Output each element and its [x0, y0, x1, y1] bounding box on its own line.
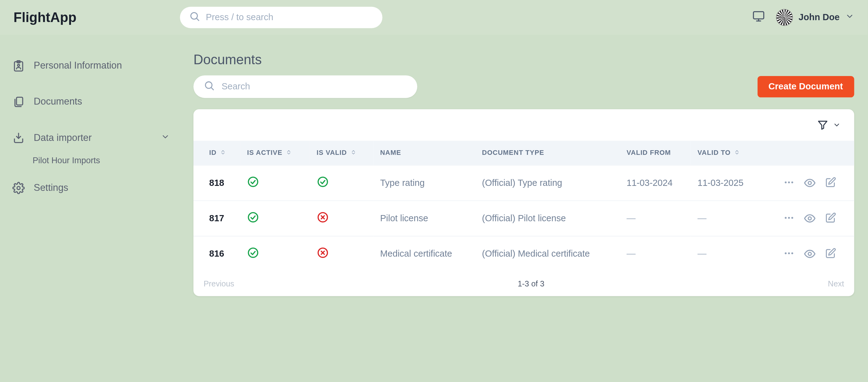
- row-more-button[interactable]: [783, 212, 795, 225]
- search-icon: [204, 80, 215, 94]
- cell-id: 818: [193, 165, 240, 201]
- svg-point-16: [785, 181, 786, 183]
- row-edit-button[interactable]: [825, 177, 836, 189]
- svg-point-26: [792, 217, 793, 219]
- cell-id: 817: [193, 201, 240, 236]
- documents-table-card: ID IS ACTIVE IS VALID NAME DOCUMENT TYPE…: [193, 109, 854, 296]
- pager-next[interactable]: Next: [828, 279, 844, 288]
- monitor-icon[interactable]: [752, 10, 765, 25]
- check-circle-icon: [247, 176, 259, 188]
- user-menu[interactable]: John Doe: [776, 9, 855, 26]
- avatar: [776, 9, 793, 26]
- svg-point-33: [788, 252, 790, 254]
- svg-point-32: [785, 252, 786, 254]
- svg-point-20: [249, 212, 258, 222]
- col-id[interactable]: ID: [193, 141, 240, 166]
- check-circle-icon: [316, 176, 329, 188]
- row-view-button[interactable]: [804, 212, 816, 225]
- pager: Previous 1-3 of 3 Next: [193, 271, 854, 296]
- col-document-type: DOCUMENT TYPE: [475, 141, 620, 166]
- documents-icon: [12, 95, 25, 108]
- cell-valid-from: —: [620, 201, 691, 236]
- sidebar-item-label: Settings: [34, 182, 68, 194]
- svg-line-1: [197, 19, 199, 21]
- global-search-input[interactable]: [206, 12, 374, 23]
- svg-point-35: [808, 252, 811, 255]
- sort-icon: [286, 149, 292, 157]
- clipboard-user-icon: [12, 60, 25, 72]
- cell-is-valid: [310, 236, 374, 271]
- svg-line-12: [211, 88, 214, 90]
- sidebar-item-label: Personal Information: [34, 60, 122, 71]
- page-title: Documents: [193, 52, 854, 68]
- cell-document-type: (Official) Medical certificate: [475, 236, 620, 271]
- user-name: John Doe: [799, 12, 839, 23]
- chevron-down-icon: [845, 12, 854, 23]
- sidebar-item-personal-info[interactable]: Personal Information: [11, 53, 171, 79]
- svg-point-15: [318, 177, 328, 186]
- global-search[interactable]: [180, 7, 382, 28]
- app-brand[interactable]: FlightApp: [13, 10, 180, 25]
- cell-is-active: [240, 201, 310, 236]
- svg-point-28: [249, 248, 258, 257]
- table-row: 816Medical certificate(Official) Medical…: [193, 236, 854, 271]
- svg-marker-13: [818, 121, 827, 129]
- row-view-button[interactable]: [804, 177, 816, 189]
- svg-point-14: [249, 177, 258, 186]
- cell-name: Medical certificate: [373, 236, 475, 271]
- sort-icon: [734, 149, 740, 157]
- cell-document-type: (Official) Pilot license: [475, 201, 620, 236]
- table-row: 817Pilot license(Official) Pilot license…: [193, 201, 854, 236]
- sort-icon: [220, 149, 226, 157]
- pager-previous[interactable]: Previous: [204, 279, 235, 288]
- row-edit-button[interactable]: [825, 247, 836, 260]
- x-circle-icon: [316, 211, 329, 224]
- sidebar-item-label: Documents: [34, 96, 82, 107]
- cell-valid-from: 11-03-2024: [620, 165, 691, 201]
- cell-actions: [762, 236, 854, 271]
- check-circle-icon: [247, 246, 259, 259]
- svg-point-11: [206, 82, 212, 88]
- sidebar: Personal Information Documents Data impo…: [0, 35, 180, 313]
- documents-table: ID IS ACTIVE IS VALID NAME DOCUMENT TYPE…: [193, 141, 854, 271]
- chevron-down-icon: [161, 132, 170, 144]
- cell-valid-to: —: [691, 236, 762, 271]
- svg-point-7: [18, 64, 20, 66]
- sort-icon: [350, 149, 356, 157]
- col-is-valid[interactable]: IS VALID: [310, 141, 374, 166]
- chevron-down-icon[interactable]: [833, 121, 841, 131]
- sidebar-item-pilot-hour-imports[interactable]: Pilot Hour Imports: [11, 155, 171, 165]
- sidebar-item-data-importer[interactable]: Data importer: [11, 125, 171, 151]
- document-search-input[interactable]: [222, 82, 407, 92]
- row-view-button[interactable]: [804, 247, 816, 260]
- table-row: 818Type rating(Official) Type rating11-0…: [193, 165, 854, 201]
- svg-point-10: [17, 186, 20, 189]
- col-valid-from: VALID FROM: [620, 141, 691, 166]
- svg-point-27: [808, 217, 811, 220]
- col-valid-to[interactable]: VALID TO: [691, 141, 762, 166]
- svg-point-25: [788, 217, 790, 219]
- create-document-button[interactable]: Create Document: [757, 76, 855, 97]
- sidebar-item-documents[interactable]: Documents: [11, 89, 171, 115]
- cell-actions: [762, 165, 854, 201]
- pager-range: 1-3 of 3: [234, 279, 828, 288]
- cell-is-valid: [310, 165, 374, 201]
- svg-point-17: [788, 181, 790, 183]
- cell-document-type: (Official) Type rating: [475, 165, 620, 201]
- svg-rect-8: [17, 97, 23, 105]
- check-circle-icon: [247, 211, 259, 224]
- import-icon: [12, 131, 25, 144]
- document-search[interactable]: [193, 76, 417, 98]
- row-edit-button[interactable]: [825, 212, 836, 225]
- filter-icon[interactable]: [817, 119, 828, 133]
- row-more-button[interactable]: [783, 247, 795, 260]
- cell-is-active: [240, 236, 310, 271]
- row-more-button[interactable]: [783, 177, 795, 189]
- cell-is-active: [240, 165, 310, 201]
- cell-id: 816: [193, 236, 240, 271]
- sidebar-item-settings[interactable]: Settings: [11, 175, 171, 201]
- cell-is-valid: [310, 201, 374, 236]
- col-is-active[interactable]: IS ACTIVE: [240, 141, 310, 166]
- sidebar-item-label: Data importer: [34, 132, 92, 143]
- svg-point-19: [808, 181, 811, 184]
